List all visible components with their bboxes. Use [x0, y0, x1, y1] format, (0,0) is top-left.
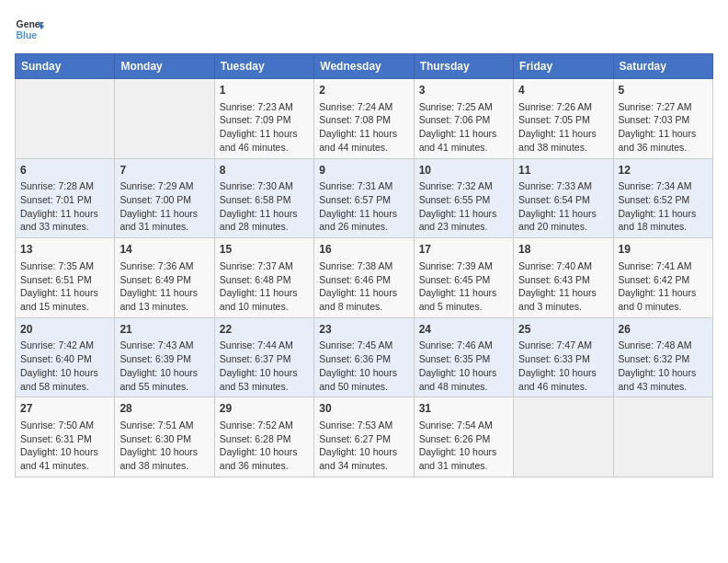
day-info: Sunrise: 7:39 AM Sunset: 6:45 PM Dayligh…: [419, 259, 508, 314]
day-number: 23: [319, 322, 408, 338]
day-number: 6: [20, 163, 109, 178]
day-of-week-header: Monday: [115, 54, 214, 79]
day-number: 12: [619, 163, 708, 178]
day-info: Sunrise: 7:53 AM Sunset: 6:27 PM Dayligh…: [319, 419, 408, 473]
day-info: Sunrise: 7:25 AM Sunset: 7:06 PM Dayligh…: [419, 100, 508, 155]
day-number: 29: [220, 401, 309, 417]
calendar-cell: 6Sunrise: 7:28 AM Sunset: 7:01 PM Daylig…: [16, 158, 115, 238]
day-of-week-header: Sunday: [16, 54, 115, 79]
calendar-cell: 29Sunrise: 7:52 AM Sunset: 6:28 PM Dayli…: [214, 397, 313, 477]
day-number: 7: [119, 163, 209, 178]
day-number: 27: [20, 401, 109, 417]
calendar-cell: 2Sunrise: 7:24 AM Sunset: 7:08 PM Daylig…: [314, 79, 414, 159]
svg-text:Blue: Blue: [17, 30, 38, 40]
day-info: Sunrise: 7:27 AM Sunset: 7:03 PM Dayligh…: [619, 100, 708, 155]
day-number: 3: [419, 83, 508, 98]
day-info: Sunrise: 7:50 AM Sunset: 6:31 PM Dayligh…: [20, 419, 109, 473]
day-info: Sunrise: 7:32 AM Sunset: 6:55 PM Dayligh…: [419, 179, 508, 234]
calendar-cell: 18Sunrise: 7:40 AM Sunset: 6:43 PM Dayli…: [514, 238, 613, 318]
calendar-cell: 16Sunrise: 7:38 AM Sunset: 6:46 PM Dayli…: [314, 238, 414, 318]
calendar-cell: 4Sunrise: 7:26 AM Sunset: 7:05 PM Daylig…: [514, 79, 613, 159]
calendar-cell: 10Sunrise: 7:32 AM Sunset: 6:55 PM Dayli…: [414, 158, 513, 238]
day-number: 24: [419, 322, 508, 338]
day-number: 10: [419, 163, 508, 178]
calendar-cell: 21Sunrise: 7:43 AM Sunset: 6:39 PM Dayli…: [115, 317, 214, 397]
day-number: 16: [319, 242, 408, 258]
day-info: Sunrise: 7:37 AM Sunset: 6:48 PM Dayligh…: [220, 259, 309, 314]
day-number: 8: [220, 163, 309, 178]
day-info: Sunrise: 7:47 AM Sunset: 6:33 PM Dayligh…: [518, 339, 608, 393]
day-info: Sunrise: 7:46 AM Sunset: 6:35 PM Dayligh…: [419, 339, 508, 393]
day-info: Sunrise: 7:31 AM Sunset: 6:57 PM Dayligh…: [319, 179, 408, 234]
day-info: Sunrise: 7:52 AM Sunset: 6:28 PM Dayligh…: [220, 419, 309, 473]
day-number: 5: [619, 83, 708, 98]
calendar-cell: 23Sunrise: 7:45 AM Sunset: 6:36 PM Dayli…: [314, 317, 414, 397]
day-of-week-header: Friday: [514, 54, 613, 79]
day-number: 20: [20, 322, 109, 338]
calendar-cell: 15Sunrise: 7:37 AM Sunset: 6:48 PM Dayli…: [214, 238, 313, 318]
day-info: Sunrise: 7:23 AM Sunset: 7:09 PM Dayligh…: [220, 100, 309, 155]
day-number: 21: [119, 322, 209, 338]
day-info: Sunrise: 7:41 AM Sunset: 6:42 PM Dayligh…: [619, 259, 708, 314]
day-number: 26: [619, 322, 708, 338]
calendar-cell: 28Sunrise: 7:51 AM Sunset: 6:30 PM Dayli…: [115, 397, 214, 477]
day-info: Sunrise: 7:29 AM Sunset: 7:00 PM Dayligh…: [119, 179, 209, 234]
day-info: Sunrise: 7:43 AM Sunset: 6:39 PM Dayligh…: [119, 339, 209, 393]
calendar-table: SundayMondayTuesdayWednesdayThursdayFrid…: [15, 53, 713, 477]
logo: General Blue: [15, 15, 50, 44]
day-number: 15: [220, 242, 309, 258]
day-info: Sunrise: 7:28 AM Sunset: 7:01 PM Dayligh…: [20, 179, 109, 234]
calendar-cell: 26Sunrise: 7:48 AM Sunset: 6:32 PM Dayli…: [613, 317, 712, 397]
day-number: 14: [119, 242, 209, 258]
day-number: 31: [419, 401, 508, 417]
calendar-week-row: 1Sunrise: 7:23 AM Sunset: 7:09 PM Daylig…: [16, 79, 713, 159]
day-number: 22: [220, 322, 309, 338]
day-number: 30: [319, 401, 408, 417]
calendar-cell: 25Sunrise: 7:47 AM Sunset: 6:33 PM Dayli…: [514, 317, 613, 397]
day-number: 17: [419, 242, 508, 258]
day-of-week-header: Tuesday: [214, 54, 313, 79]
calendar-cell: 12Sunrise: 7:34 AM Sunset: 6:52 PM Dayli…: [613, 158, 712, 238]
calendar-cell: 1Sunrise: 7:23 AM Sunset: 7:09 PM Daylig…: [214, 79, 313, 159]
day-number: 2: [319, 83, 408, 98]
day-number: 28: [119, 401, 209, 417]
page-header: General Blue: [15, 15, 713, 44]
calendar-cell: 30Sunrise: 7:53 AM Sunset: 6:27 PM Dayli…: [314, 397, 414, 477]
calendar-header-row: SundayMondayTuesdayWednesdayThursdayFrid…: [16, 54, 713, 79]
day-info: Sunrise: 7:45 AM Sunset: 6:36 PM Dayligh…: [319, 339, 408, 393]
day-number: 18: [518, 242, 608, 258]
calendar-cell: 20Sunrise: 7:42 AM Sunset: 6:40 PM Dayli…: [16, 317, 115, 397]
day-info: Sunrise: 7:33 AM Sunset: 6:54 PM Dayligh…: [518, 179, 608, 234]
calendar-cell: 5Sunrise: 7:27 AM Sunset: 7:03 PM Daylig…: [613, 79, 712, 159]
day-number: 25: [518, 322, 608, 338]
day-of-week-header: Wednesday: [314, 54, 414, 79]
calendar-cell: 22Sunrise: 7:44 AM Sunset: 6:37 PM Dayli…: [214, 317, 313, 397]
day-number: 1: [220, 83, 309, 98]
day-info: Sunrise: 7:35 AM Sunset: 6:51 PM Dayligh…: [20, 259, 109, 314]
logo-icon: General Blue: [15, 15, 44, 44]
calendar-cell: 3Sunrise: 7:25 AM Sunset: 7:06 PM Daylig…: [414, 79, 513, 159]
calendar-cell: 13Sunrise: 7:35 AM Sunset: 6:51 PM Dayli…: [16, 238, 115, 318]
calendar-cell: 11Sunrise: 7:33 AM Sunset: 6:54 PM Dayli…: [514, 158, 613, 238]
day-info: Sunrise: 7:36 AM Sunset: 6:49 PM Dayligh…: [119, 259, 209, 314]
calendar-cell: 19Sunrise: 7:41 AM Sunset: 6:42 PM Dayli…: [613, 238, 712, 318]
day-info: Sunrise: 7:51 AM Sunset: 6:30 PM Dayligh…: [119, 419, 209, 473]
calendar-cell: 14Sunrise: 7:36 AM Sunset: 6:49 PM Dayli…: [115, 238, 214, 318]
day-info: Sunrise: 7:40 AM Sunset: 6:43 PM Dayligh…: [518, 259, 608, 314]
calendar-week-row: 20Sunrise: 7:42 AM Sunset: 6:40 PM Dayli…: [16, 317, 713, 397]
calendar-week-row: 6Sunrise: 7:28 AM Sunset: 7:01 PM Daylig…: [16, 158, 713, 238]
calendar-cell: 7Sunrise: 7:29 AM Sunset: 7:00 PM Daylig…: [115, 158, 214, 238]
day-info: Sunrise: 7:30 AM Sunset: 6:58 PM Dayligh…: [220, 179, 309, 234]
day-number: 13: [20, 242, 109, 258]
day-info: Sunrise: 7:54 AM Sunset: 6:26 PM Dayligh…: [419, 419, 508, 473]
day-info: Sunrise: 7:38 AM Sunset: 6:46 PM Dayligh…: [319, 259, 408, 314]
day-number: 9: [319, 163, 408, 178]
day-number: 19: [619, 242, 708, 258]
day-info: Sunrise: 7:34 AM Sunset: 6:52 PM Dayligh…: [619, 179, 708, 234]
calendar-week-row: 27Sunrise: 7:50 AM Sunset: 6:31 PM Dayli…: [16, 397, 713, 477]
calendar-cell: [115, 79, 214, 159]
calendar-cell: [514, 397, 613, 477]
day-of-week-header: Saturday: [613, 54, 712, 79]
calendar-week-row: 13Sunrise: 7:35 AM Sunset: 6:51 PM Dayli…: [16, 238, 713, 318]
day-number: 4: [518, 83, 608, 98]
